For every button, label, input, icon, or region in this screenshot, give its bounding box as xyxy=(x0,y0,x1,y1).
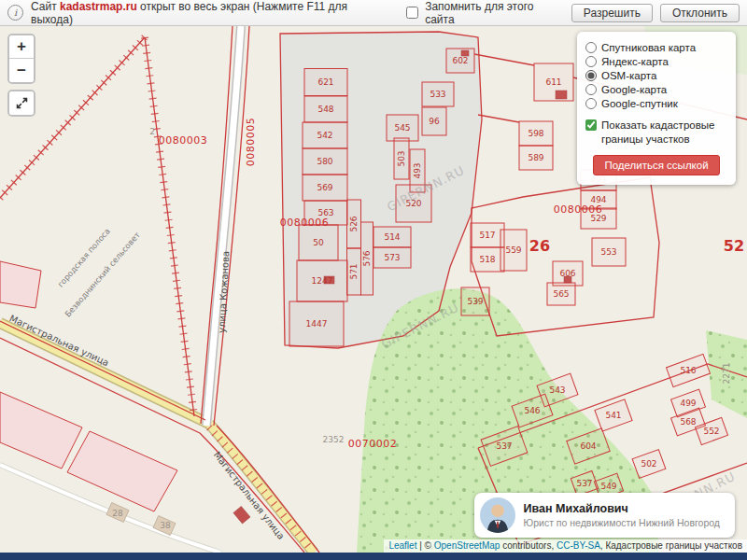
layer-panel: Спутниковая карта Яндекс-карта OSM-карта… xyxy=(577,32,736,185)
parcel-number: 589 xyxy=(528,153,543,162)
layer-option-google[interactable]: Google-карта xyxy=(585,84,727,95)
parcel-number: 604 xyxy=(580,441,596,451)
parcel-number: 517 xyxy=(479,231,495,240)
parcel-number: 552 xyxy=(703,427,719,436)
parcel-number: 542 xyxy=(317,131,332,140)
parcel-number: 543 xyxy=(549,385,565,395)
parcel-number: 539 xyxy=(467,297,483,306)
parcel-number: 502 xyxy=(641,459,656,469)
site-domain: kadastrmap.ru xyxy=(60,0,137,13)
avatar xyxy=(480,497,515,533)
osm-link[interactable]: OpenStreetMap xyxy=(434,540,500,551)
parcel-number: 549 xyxy=(600,482,616,491)
parcel-number: 621 xyxy=(317,77,333,87)
parcel-number: 526 xyxy=(349,216,359,231)
parcel-number: 541 xyxy=(605,411,621,420)
parcel-number: 518 xyxy=(479,255,495,264)
bottom-bar xyxy=(0,553,747,560)
parcel-number: 573 xyxy=(384,253,400,262)
map-label: 0080006 xyxy=(554,203,603,216)
parcel-number: 565 xyxy=(553,289,569,299)
map-label: 0080006 xyxy=(280,217,330,229)
parcel-number: 50 xyxy=(313,238,324,247)
map-attribution: Leaflet | © OpenStreetMap contributors, … xyxy=(384,539,747,553)
zoom-out-button[interactable]: − xyxy=(9,59,34,82)
parcel-number: 546 xyxy=(524,406,540,415)
parcel-number: 516 xyxy=(680,366,696,375)
parcel-number: 568 xyxy=(680,417,696,427)
parcel-number: 611 xyxy=(545,77,561,87)
info-icon: i xyxy=(7,5,23,21)
parcel-number: 503 xyxy=(397,150,406,166)
parcel-number: 598 xyxy=(528,129,543,138)
agent-card[interactable]: Иван Михайлович Юрист по недвижимости Ни… xyxy=(474,493,735,538)
map-label: 2352 xyxy=(323,435,345,444)
map-label: 28 xyxy=(112,509,123,518)
layer-option-google-sat[interactable]: Google-спутник xyxy=(585,98,727,109)
zoom-in-button[interactable]: + xyxy=(9,35,34,59)
remember-site-label: Запомнить для этого сайта xyxy=(425,0,564,26)
map-label: 38 xyxy=(160,521,171,530)
map-container[interactable]: 6215485425805695635012471447526571576514… xyxy=(0,26,747,553)
layer-option-osm[interactable]: OSM-карта xyxy=(585,70,727,81)
parcel-number: 499 xyxy=(680,399,696,408)
map-label: 2271 xyxy=(722,363,731,385)
parcel-number: 1447 xyxy=(306,319,328,329)
agent-name: Иван Михайлович xyxy=(524,502,720,515)
fullscreen-icon xyxy=(15,96,29,110)
parcel-number: 602 xyxy=(452,56,468,65)
parcel-number: 514 xyxy=(384,232,400,242)
notification-message: Сайт kadastrmap.ru открыт во весь экран … xyxy=(31,0,388,26)
remember-site-option[interactable]: Запомнить для этого сайта xyxy=(402,0,564,26)
parcel-number: 1247 xyxy=(312,276,333,286)
decline-button[interactable]: Отклонить xyxy=(660,4,740,22)
layer-radio-satellite[interactable] xyxy=(585,42,597,53)
layer-radio-osm[interactable] xyxy=(585,70,597,81)
parcel-number: 553 xyxy=(600,247,616,257)
map-label: 0070002 xyxy=(348,438,398,450)
license-link[interactable]: CC-BY-SA xyxy=(557,540,600,551)
leaflet-link[interactable]: Leaflet xyxy=(388,540,416,551)
fullscreen-control xyxy=(7,90,35,117)
map-label: 0080005 xyxy=(245,118,257,167)
parcel-number: 576 xyxy=(362,250,372,266)
parcel-number: 96 xyxy=(429,117,440,126)
layer-radio-google-sat[interactable] xyxy=(585,98,597,109)
map-label: 26 xyxy=(529,237,550,255)
map-label: 0080003 xyxy=(159,134,208,147)
agent-subtitle: Юрист по недвижимости Нижний Новгород xyxy=(524,517,720,528)
fullscreen-button[interactable] xyxy=(9,91,34,115)
parcel-number: 537 xyxy=(576,479,592,488)
parcel-number: 559 xyxy=(505,245,521,255)
remember-site-checkbox[interactable] xyxy=(406,7,418,19)
zoom-control: + − xyxy=(7,34,35,84)
layer-option-yandex[interactable]: Яндекс-карта xyxy=(585,56,727,67)
show-boundaries-checkbox[interactable] xyxy=(585,119,597,131)
parcel-number: 606 xyxy=(559,269,575,278)
parcel-number: 571 xyxy=(349,263,359,279)
parcel-number: 580 xyxy=(317,157,332,166)
layer-radio-yandex[interactable] xyxy=(585,56,597,67)
map-label: 52 xyxy=(724,237,744,255)
parcel-number: 548 xyxy=(317,105,333,114)
parcel-number: 537 xyxy=(496,441,512,451)
map-label: 2 xyxy=(149,127,155,136)
parcel-number: 569 xyxy=(317,183,332,192)
parcel-number: 545 xyxy=(394,123,410,133)
parcel-number: 533 xyxy=(430,90,445,99)
show-boundaries-option[interactable]: Показать кадастровые границы участков xyxy=(585,119,727,147)
layer-radio-google[interactable] xyxy=(585,84,597,95)
layer-option-satellite[interactable]: Спутниковая карта xyxy=(585,42,727,53)
allow-button[interactable]: Разрешить xyxy=(571,4,653,22)
fullscreen-notification-bar: i Сайт kadastrmap.ru открыт во весь экра… xyxy=(0,0,747,26)
parcel-number: 493 xyxy=(413,162,422,178)
share-link-button[interactable]: Поделиться ссылкой xyxy=(593,155,719,175)
